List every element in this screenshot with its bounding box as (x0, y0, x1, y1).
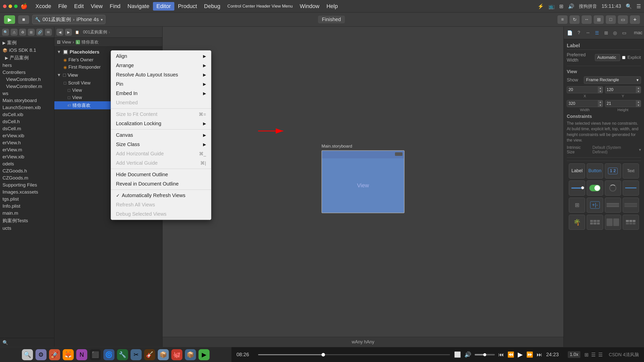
tree-item-czgoods-m[interactable]: CZGoods.m (0, 174, 54, 182)
x-step-down[interactable]: ▼ (598, 90, 603, 93)
layout-btn-6[interactable]: ▭ (618, 15, 628, 24)
dock-app1[interactable]: 🌀 (103, 349, 114, 360)
tree-item-0[interactable]: ▶案例 (0, 39, 54, 47)
menu-find[interactable]: Find (106, 2, 124, 11)
widget-numpad[interactable] (587, 215, 603, 230)
y-stepper[interactable]: ▲ ▼ (636, 86, 641, 93)
grid-btn[interactable]: ⊞ (28, 29, 35, 36)
tree-item-tgs[interactable]: tgs.plist (0, 196, 54, 203)
rt-attr-btn[interactable]: ☰ (592, 28, 601, 37)
widget-line[interactable] (623, 180, 639, 196)
h-stepper[interactable]: ▲ ▼ (636, 100, 641, 107)
dock-app3[interactable]: ✂ (131, 349, 142, 360)
widget-spinner[interactable] (605, 180, 621, 196)
tree-item-dscell-xib[interactable]: dsCell.xib (0, 111, 54, 118)
player-speed[interactable]: 1.0x (568, 351, 580, 358)
search-icon[interactable]: 🔍 (626, 3, 632, 9)
menu-embed-in[interactable]: Embed In ▶ (111, 89, 211, 98)
menu-xcode[interactable]: Xcode (32, 2, 55, 11)
volume-thumb[interactable] (483, 353, 486, 356)
y-step-down[interactable]: ▼ (636, 90, 641, 93)
link-btn[interactable]: 🔗 (36, 29, 43, 36)
storyboard-view[interactable]: View (321, 150, 405, 213)
rt-arrow-btn[interactable]: ↔ (583, 28, 592, 37)
minimize-button[interactable] (9, 5, 12, 8)
player-rewind[interactable]: ⏪ (507, 351, 514, 358)
robot-btn[interactable]: ♻ (19, 29, 26, 36)
tree-item-erview-h[interactable]: erView.h (0, 139, 54, 146)
tree-item-hers[interactable]: hers (0, 62, 54, 69)
menu-localization-locking[interactable]: Localization Locking ▶ (111, 119, 211, 128)
apple-menu[interactable]: 🍎 (21, 3, 27, 10)
tree-item-odels[interactable]: odels (0, 160, 54, 167)
y-input[interactable] (605, 86, 636, 93)
add-button[interactable]: + (630, 15, 640, 24)
scheme-selector[interactable]: 🔧 001孟购案例 › iPhone 4s ▾ (32, 15, 105, 24)
y-step-up[interactable]: ▲ (636, 86, 641, 90)
h-step-up[interactable]: ▲ (636, 100, 641, 104)
tree-item-erview-xib[interactable]: erView.xib (0, 132, 54, 139)
rt-size-btn[interactable]: ⊞ (601, 28, 611, 37)
player-skip-start[interactable]: ⏮ (498, 351, 504, 358)
tree-item-vc-m[interactable]: ViewController.m (0, 83, 54, 90)
dock-app6[interactable]: 🐙 (171, 349, 182, 360)
menu-window[interactable]: Window (296, 2, 323, 11)
run-button[interactable]: ▶ (4, 15, 15, 24)
player-play[interactable]: ▶ (518, 351, 523, 358)
dock-finder[interactable]: 🔍 (22, 349, 33, 360)
w-step-down[interactable]: ▼ (598, 104, 603, 107)
menu-resolve-layout[interactable]: Resolve Auto Layout Issues ▶ (111, 70, 211, 79)
dock-firefox[interactable]: 🦊 (63, 349, 74, 360)
tree-item-supporting[interactable]: Supporting Files (0, 182, 54, 189)
layout-btn-1[interactable]: ≡ (557, 15, 568, 24)
widget-grid-icon[interactable]: ⊞ (569, 198, 585, 213)
layout-btn-5[interactable]: □ (606, 15, 616, 24)
tree-item-controllers[interactable]: Controllers (0, 69, 54, 76)
menu-product[interactable]: Product (174, 2, 200, 11)
tree-item-czgoods-h[interactable]: CZGoods.h (0, 167, 54, 174)
tree-item-info[interactable]: Info.plist (0, 203, 54, 210)
tree-item-tests[interactable]: 购案例Tests (0, 217, 54, 225)
warning-btn[interactable]: ⚠ (11, 29, 18, 36)
explicit-checkbox[interactable] (622, 56, 625, 60)
menu-size-class[interactable]: Size Class ▶ (111, 140, 211, 149)
stop-button[interactable]: ■ (18, 15, 29, 24)
dock-app7[interactable]: 📦 (185, 349, 196, 360)
dock-app5[interactable]: 📦 (158, 349, 169, 360)
dock-settings[interactable]: ⚙ (35, 349, 47, 360)
breadcrumb-view[interactable]: View (62, 40, 71, 45)
menu-control[interactable]: Control Center Header View Menu (224, 3, 296, 10)
tree-item-ws[interactable]: ws (0, 90, 54, 97)
tree-item-main-m[interactable]: main.m (0, 210, 54, 217)
menu-debug[interactable]: Debug (200, 2, 224, 11)
layout-btn-3[interactable]: ↔ (582, 15, 592, 24)
player-volume-btn[interactable]: 🔊 (464, 351, 471, 358)
menu-editor[interactable]: Editor (153, 2, 174, 11)
widget-table2[interactable] (623, 198, 639, 213)
w-step-up[interactable]: ▲ (598, 100, 603, 104)
tree-item-erview-xib2[interactable]: erView.xib (0, 153, 54, 160)
player-fast-forward[interactable]: ⏩ (526, 351, 533, 358)
menu-view[interactable]: View (87, 2, 106, 11)
dropdown-menu[interactable]: Align ▶ Arrange ▶ Resolve Auto Layout Is… (111, 50, 211, 220)
dock-app4[interactable]: 🎸 (144, 349, 155, 360)
tree-item-erview-m[interactable]: erView.m (0, 146, 54, 153)
tree-item-main-storyboard[interactable]: Main.storyboard (0, 97, 54, 104)
player-skip-end[interactable]: ⏭ (537, 351, 542, 358)
menu-edit[interactable]: Edit (71, 2, 87, 11)
rt-question-btn[interactable]: ? (574, 28, 583, 37)
breadcrumb-guess[interactable]: 猜你喜欢 (82, 39, 99, 45)
volume-slider[interactable] (475, 354, 495, 355)
rt-layout-btn[interactable]: ▭ (620, 28, 629, 37)
menu-pin[interactable]: Pin ▶ (111, 79, 211, 89)
notification-icon[interactable]: ☰ (636, 3, 641, 9)
w-stepper[interactable]: ▲ ▼ (598, 100, 603, 107)
dock-terminal[interactable]: ⬛ (90, 349, 101, 360)
h-input[interactable] (605, 100, 636, 107)
tree-item-sdk[interactable]: 📦iOS SDK 8.1 (0, 47, 54, 54)
menu-navigate[interactable]: Navigate (124, 2, 153, 11)
tree-item-launch[interactable]: LaunchScreen.xib (0, 104, 54, 111)
search-btn[interactable]: 🔍 (2, 29, 9, 36)
x-input[interactable] (567, 86, 598, 93)
menu-reveal-outline[interactable]: Reveal in Document Outline (111, 179, 211, 189)
